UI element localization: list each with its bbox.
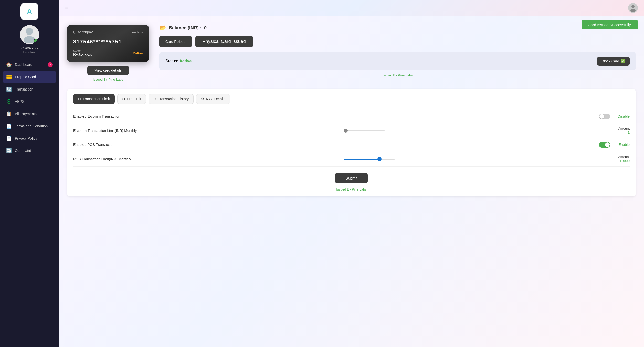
ecomm-slider-container[interactable]: [344, 130, 618, 131]
transaction-limit-tab-icon: ⊟: [78, 97, 81, 101]
tab-ppi-limit[interactable]: ⊙PPI Limit: [117, 94, 146, 104]
block-card-button[interactable]: Block Card ✅: [597, 57, 630, 66]
privacy-icon: 📄: [6, 136, 12, 141]
dashboard-label: Dashboard: [15, 63, 33, 67]
balance-label: Balance (INR) :: [169, 25, 202, 31]
ecomm-toggle[interactable]: [599, 114, 610, 119]
sidebar-item-privacy[interactable]: 📄 Privacy Policy: [3, 132, 56, 144]
avatar: [20, 25, 39, 44]
submit-button[interactable]: Submit: [335, 173, 368, 183]
avatar-badge: [34, 39, 39, 44]
physical-card-button[interactable]: Physical Card Issued: [195, 36, 253, 47]
sidebar-item-aeps[interactable]: 💲 AEPS: [3, 96, 56, 107]
tab-transaction-limit[interactable]: ⊟Transaction Limit: [73, 94, 115, 104]
pos-toggle-label: Enabled POS Transaction: [73, 143, 599, 147]
kyc-details-tab-label: KYC Details: [206, 97, 225, 101]
content-issued-by: Issued By Pine Labs: [73, 187, 630, 191]
ppi-limit-tab-icon: ⊙: [122, 97, 125, 101]
ecomm-toggle-knob: [599, 114, 604, 119]
pos-status-label: Enable: [614, 143, 630, 147]
card-info: 📂 Balance (INR) : 0 Card Reload Physical…: [159, 25, 636, 77]
ecomm-toggle-label: Enabled E-comm Transaction: [73, 114, 599, 118]
success-banner: Card Issued Successfully.: [582, 20, 638, 29]
aeps-label: AEPS: [15, 99, 24, 104]
status-text: Status: Active: [165, 59, 192, 63]
card-info-issued-by: Issued By Pine Labs: [159, 73, 636, 77]
rupay-label: RuPay: [133, 51, 143, 55]
pos-amount-col: Amount 10000: [618, 155, 630, 163]
sidebar-item-prepaid-card[interactable]: 💳 Prepaid Card: [3, 71, 56, 83]
ecomm-slider-label: E-comm Transaction Limit(INR) Monthly: [73, 129, 344, 133]
card-name-section: NAME RAJxx xxxx: [73, 50, 92, 57]
submit-row: Submit: [73, 173, 630, 183]
tabs-section: ⊟Transaction Limit⊙PPI Limit⊙Transaction…: [67, 89, 636, 196]
svg-point-0: [26, 28, 33, 35]
card-reload-button[interactable]: Card Reload: [159, 36, 192, 47]
logo-icon: A: [27, 7, 32, 16]
balance-amount: 0: [204, 25, 207, 31]
tabs-row: ⊟Transaction Limit⊙PPI Limit⊙Transaction…: [73, 94, 630, 104]
balance-row: 📂 Balance (INR) : 0: [159, 25, 636, 31]
svg-point-1: [24, 36, 35, 43]
pos-toggle-knob: [605, 142, 610, 147]
aeps-icon: 💲: [6, 99, 12, 104]
transaction-history-tab-icon: ⊙: [153, 97, 156, 101]
menu-button[interactable]: ≡: [65, 5, 68, 11]
transaction-label: Transaction: [15, 87, 34, 91]
sidebar-item-terms[interactable]: 📄 Terms and Condition: [3, 120, 56, 132]
card-name-label: NAME: [73, 50, 92, 52]
pos-slider-track: [344, 159, 395, 160]
ecomm-slider-thumb: [344, 129, 348, 133]
complaint-label: Complaint: [15, 149, 31, 153]
main-area: ≡ Card Issued Successfully. ⬡ aeronpay: [59, 0, 644, 347]
virtual-card-container: ⬡ aeronpay pine labs 817546******5751 NA…: [67, 25, 149, 81]
transaction-history-tab-label: Transaction History: [158, 97, 189, 101]
ecomm-amount-col: Amount 1: [618, 127, 630, 135]
pos-slider-container[interactable]: [344, 159, 618, 160]
ppi-limit-tab-label: PPI Limit: [127, 97, 141, 101]
dashboard-badge: ✦: [48, 62, 53, 67]
view-card-button[interactable]: View card details: [87, 66, 129, 75]
ecomm-slider-track: [344, 130, 385, 131]
card-name: RAJxx xxxx: [73, 52, 92, 57]
card-section: ⬡ aeronpay pine labs 817546******5751 NA…: [67, 25, 636, 81]
svg-point-2: [631, 5, 635, 8]
privacy-label: Privacy Policy: [15, 136, 37, 140]
header-avatar-icon: [629, 4, 637, 12]
sidebar-nav: 🏠 Dashboard ✦ 💳 Prepaid Card 🔄 Transacti…: [0, 59, 59, 157]
sidebar-item-complaint[interactable]: 🔄 Complaint: [3, 145, 56, 156]
ecomm-amount-label: Amount: [618, 127, 630, 130]
complaint-icon: 🔄: [6, 148, 12, 153]
sidebar: A 74260xxxxx Franchise 🏠 Dashboard ✦ 💳 P…: [0, 0, 59, 347]
content-area: Card Issued Successfully. ⬡ aeronpay pin…: [59, 16, 644, 347]
pos-slider-fill: [344, 159, 379, 160]
virtual-card: ⬡ aeronpay pine labs 817546******5751 NA…: [67, 25, 149, 62]
pos-amount-label: Amount: [618, 155, 630, 159]
aeronpay-icon: ⬡: [73, 30, 76, 34]
pos-toggle-track: [599, 142, 610, 148]
card-brand-name: aeronpay: [78, 30, 93, 34]
status-value: Active: [179, 59, 192, 63]
pos-toggle[interactable]: [599, 142, 610, 148]
ecomm-status-label: Disable: [614, 114, 630, 118]
app-logo: A: [20, 3, 38, 20]
header-avatar[interactable]: [628, 3, 638, 13]
ecomm-amount-val: 1: [618, 130, 630, 135]
ecomm-slider-row: E-comm Transaction Limit(INR) Monthly Am…: [73, 123, 630, 138]
tab-transaction-history[interactable]: ⊙Transaction History: [149, 94, 194, 104]
block-card-icon: ✅: [621, 59, 625, 63]
card-actions: Card Reload Physical Card Issued: [159, 36, 636, 47]
block-card-label: Block Card: [602, 59, 619, 63]
card-number: 817546******5751: [73, 39, 143, 45]
tab-kyc-details[interactable]: ⚙KYC Details: [196, 94, 230, 104]
svg-point-3: [630, 9, 636, 12]
ecomm-toggle-row: Enabled E-comm Transaction Disable: [73, 110, 630, 123]
pos-amount-val: 10000: [618, 159, 630, 163]
issued-by-value: Pine Labs: [108, 77, 123, 81]
sidebar-item-transaction[interactable]: 🔄 Transaction: [3, 83, 56, 95]
ecomm-toggle-track: [599, 114, 610, 119]
prepaid-card-icon: 💳: [6, 74, 12, 80]
sidebar-item-bill-payments[interactable]: 📋 Bill Payments: [3, 108, 56, 120]
terms-icon: 📄: [6, 123, 12, 129]
sidebar-item-dashboard[interactable]: 🏠 Dashboard ✦: [3, 59, 56, 71]
